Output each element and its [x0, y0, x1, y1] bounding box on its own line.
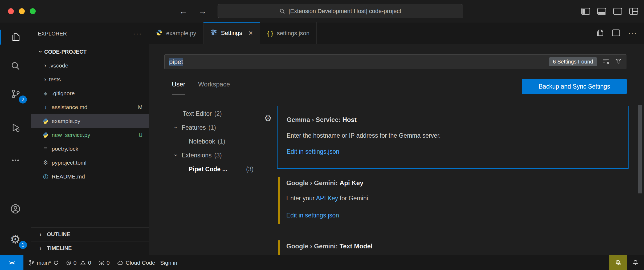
- settings-scrollbar[interactable]: [638, 105, 642, 193]
- setting-entry-gemma-service-host[interactable]: Gemma › Service: Host Enter the hostname…: [277, 106, 629, 169]
- tree-item-gitignore[interactable]: ◆ .gitignore: [31, 86, 149, 100]
- tree-item-tests[interactable]: › tests: [31, 73, 149, 86]
- markdown-file-icon: ↓: [42, 104, 50, 111]
- close-tab-icon[interactable]: ×: [248, 29, 253, 37]
- accounts-icon[interactable]: [0, 199, 31, 219]
- tree-item-pyproject-toml[interactable]: ⚙ pyproject.toml: [31, 156, 149, 170]
- command-center[interactable]: [Extension Development Host] code-projec…: [218, 4, 463, 18]
- python-file-icon: [42, 132, 50, 138]
- git-branch-item[interactable]: main*: [25, 255, 62, 270]
- settings-sliders-icon: [210, 29, 217, 37]
- source-control-view-icon[interactable]: 2: [0, 84, 31, 104]
- navigate-forward-icon[interactable]: →: [198, 6, 207, 16]
- run-and-debug-view-icon[interactable]: [0, 118, 31, 137]
- settings-search-input[interactable]: pipet 6 Settings Found: [164, 54, 626, 69]
- manage-badge: 1: [19, 241, 27, 249]
- customize-layout-icon[interactable]: [629, 8, 638, 15]
- chevron-down-icon: ›: [172, 152, 179, 158]
- cloud-icon: [117, 260, 124, 265]
- timeline-section-header[interactable]: › TIMELINE: [31, 241, 149, 255]
- notifications-item[interactable]: [627, 255, 644, 270]
- setting-actions-gear-icon[interactable]: ⚙: [264, 113, 272, 123]
- more-actions-icon[interactable]: ···: [628, 29, 637, 38]
- outline-section-header[interactable]: › OUTLINE: [31, 227, 149, 241]
- toc-item-text-editor[interactable]: Text Editor (2): [183, 107, 222, 121]
- editor-area: example.py Settings × { } settings.json: [149, 22, 644, 255]
- ports-item[interactable]: 0: [95, 255, 113, 270]
- tree-root-code-project[interactable]: › CODE-PROJECT: [31, 45, 149, 59]
- tree-item-example-py[interactable]: example.py: [31, 114, 149, 128]
- results-count-badge: 6 Settings Found: [549, 57, 597, 66]
- setting-entry-gemini-text-model[interactable]: Google › Gemini: Text Model: [277, 240, 629, 255]
- chevron-right-icon: ›: [37, 231, 44, 238]
- tree-item-poetry-lock[interactable]: ≡ poetry.lock: [31, 142, 149, 156]
- maximize-window-button[interactable]: [30, 8, 36, 14]
- config-gear-icon: ⚙: [42, 159, 50, 166]
- python-file-icon: [156, 29, 162, 37]
- tab-example-py[interactable]: example.py: [149, 22, 203, 44]
- more-views-icon[interactable]: [0, 151, 31, 170]
- error-icon: [66, 260, 71, 265]
- minimize-window-button[interactable]: [19, 8, 25, 14]
- file-tree: › CODE-PROJECT › .vscode › tests ◆ .giti…: [31, 45, 149, 184]
- backup-and-sync-settings-button[interactable]: Backup and Sync Settings: [522, 79, 627, 94]
- chevron-down-icon: ›: [37, 48, 44, 55]
- lock-file-icon: ≡: [42, 145, 50, 152]
- edit-in-settings-json-link[interactable]: Edit in settings.json: [287, 148, 339, 155]
- chevron-right-icon: ›: [42, 62, 49, 69]
- close-window-button[interactable]: [8, 8, 14, 14]
- status-bar: >< main* 0 0 0 Cloud Code - Sign in: [0, 255, 644, 270]
- sync-icon: [53, 260, 59, 265]
- warning-icon: [80, 260, 86, 265]
- branch-icon: [29, 260, 35, 266]
- chevron-right-icon: ›: [42, 76, 49, 83]
- tree-item-vscode[interactable]: › .vscode: [31, 59, 149, 73]
- explorer-view-icon[interactable]: [0, 27, 31, 47]
- tree-item-new-service-py[interactable]: new_service.py U: [31, 128, 149, 142]
- git-modified-badge: M: [138, 104, 142, 110]
- split-editor-icon[interactable]: [612, 29, 620, 37]
- filter-icon[interactable]: [615, 58, 622, 66]
- activity-bar: 2 ⚙ 1: [0, 22, 31, 255]
- tree-item-readme-md[interactable]: README.md: [31, 170, 149, 184]
- toggle-panel-icon[interactable]: [597, 8, 606, 15]
- scope-tab-user[interactable]: User: [172, 78, 185, 94]
- editor-tab-bar: example.py Settings × { } settings.json: [149, 22, 644, 44]
- scope-tab-workspace[interactable]: Workspace: [198, 78, 230, 94]
- explorer-sidebar: EXPLORER ··· › CODE-PROJECT › .vscode › …: [31, 22, 149, 255]
- modified-indicator: [278, 240, 280, 255]
- git-untracked-badge: U: [139, 132, 142, 138]
- navigate-back-icon[interactable]: ←: [179, 6, 188, 16]
- chevron-down-icon: ›: [172, 124, 179, 131]
- cloud-code-item[interactable]: Cloud Code - Sign in: [113, 255, 181, 270]
- toggle-sidebar-left-icon[interactable]: [581, 8, 590, 15]
- clear-filters-icon[interactable]: [602, 58, 610, 66]
- tree-root-label: CODE-PROJECT: [44, 49, 87, 55]
- settings-scope-tabs: User Workspace: [172, 78, 230, 94]
- toggle-sidebar-right-icon[interactable]: [613, 8, 622, 15]
- modified-indicator: [278, 177, 280, 224]
- search-view-icon[interactable]: [0, 56, 31, 76]
- tab-settings[interactable]: Settings ×: [203, 22, 260, 44]
- bell-icon: [632, 260, 639, 266]
- toc-item-pipet-code[interactable]: Pipet Code ... (3): [189, 162, 254, 176]
- explorer-more-actions-icon[interactable]: ···: [133, 29, 142, 38]
- setting-entry-gemini-api-key[interactable]: Google › Gemini: Api Key Enter your API …: [277, 177, 629, 227]
- bell-slash-icon: [615, 260, 621, 266]
- source-control-badge: 2: [19, 96, 27, 104]
- problems-item[interactable]: 0 0: [62, 255, 95, 270]
- toc-item-extensions[interactable]: › Extensions (3): [173, 148, 222, 162]
- remote-indicator[interactable]: ><: [0, 255, 23, 270]
- vscode-window: ← → [Extension Development Host] code-pr…: [0, 0, 644, 270]
- tab-settings-json[interactable]: { } settings.json: [260, 22, 317, 44]
- search-value: pipet: [169, 58, 183, 66]
- edit-in-settings-json-link[interactable]: Edit in settings.json: [286, 212, 339, 219]
- api-key-link[interactable]: API Key: [316, 195, 338, 202]
- manage-gear-icon[interactable]: ⚙ 1: [0, 230, 31, 249]
- do-not-disturb-item[interactable]: [609, 255, 627, 270]
- toc-item-features[interactable]: › Features (1): [173, 121, 216, 134]
- toc-item-notebook[interactable]: Notebook (1): [189, 134, 225, 148]
- open-settings-json-icon[interactable]: [596, 29, 604, 38]
- tree-item-assistance-md[interactable]: ↓ assistance.md M: [31, 100, 149, 114]
- command-center-text: [Extension Development Host] code-projec…: [288, 8, 401, 15]
